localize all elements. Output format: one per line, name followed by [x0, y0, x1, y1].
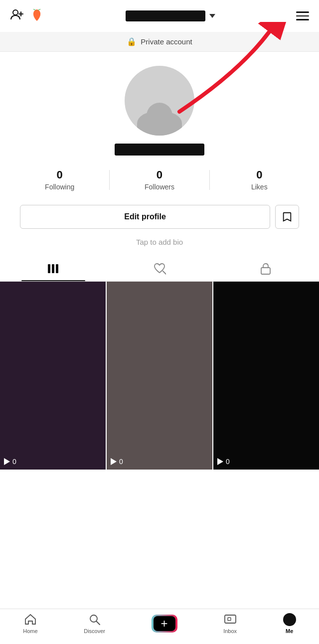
private-tab-icon: [260, 262, 272, 275]
svg-rect-8: [261, 268, 270, 274]
followers-count: 0: [157, 168, 162, 181]
home-label: Home: [23, 628, 37, 634]
nav-add[interactable]: +: [152, 615, 177, 633]
following-stat[interactable]: 0 Following: [10, 164, 109, 195]
video-item-1[interactable]: 0: [0, 282, 106, 470]
bookmark-button[interactable]: [275, 205, 299, 229]
inbox-icon: [224, 613, 237, 626]
liked-tab-icon: [153, 262, 166, 275]
following-label: Following: [45, 183, 74, 191]
hamburger-menu-button[interactable]: [296, 11, 309, 20]
video-grid: 0 0 0: [0, 282, 319, 470]
svg-rect-6: [56, 264, 58, 273]
svg-line-10: [96, 622, 100, 625]
nav-home[interactable]: Home: [23, 613, 37, 634]
add-person-button[interactable]: [10, 8, 24, 24]
bottom-navigation: Home Discover + Inbox Me: [0, 609, 319, 644]
likes-label: Likes: [251, 183, 268, 191]
play-icon-1: [4, 458, 10, 465]
home-icon: [24, 613, 37, 626]
tab-private[interactable]: [213, 256, 319, 281]
search-icon: [88, 613, 101, 626]
profile-avatar-nav: [283, 613, 296, 626]
video-item-2[interactable]: 0: [107, 282, 212, 470]
likes-count: 0: [256, 168, 262, 181]
bookmark-icon: [282, 211, 293, 222]
video-play-info-2: 0: [111, 458, 123, 466]
username-redacted: [126, 10, 205, 21]
bio-placeholder[interactable]: Tap to add bio: [136, 238, 183, 246]
nav-discover[interactable]: Discover: [84, 613, 105, 634]
avatar: [125, 66, 194, 136]
svg-rect-11: [225, 615, 236, 623]
video-item-3[interactable]: 0: [213, 282, 319, 470]
chevron-down-icon: [209, 14, 215, 18]
svg-point-0: [13, 10, 18, 15]
nav-left: [10, 7, 45, 25]
edit-profile-button[interactable]: Edit profile: [20, 205, 270, 229]
tab-videos[interactable]: [0, 256, 106, 281]
profile-tabs: [0, 256, 319, 282]
svg-rect-5: [52, 264, 54, 273]
videos-tab-icon: [47, 262, 60, 275]
play-icon-3: [217, 458, 223, 465]
followers-stat[interactable]: 0 Followers: [110, 164, 209, 195]
private-account-banner: 🔒 Private account: [0, 32, 319, 52]
username-dropdown[interactable]: [126, 10, 215, 21]
add-button[interactable]: +: [152, 615, 177, 633]
avatar-body: [137, 111, 182, 136]
video-play-info-1: 0: [4, 458, 16, 466]
svg-line-7: [163, 271, 166, 274]
profile-section: 0 Following 0 Followers 0 Likes Edit pro…: [0, 52, 319, 256]
private-account-label: Private account: [141, 37, 192, 46]
profile-label: Me: [286, 628, 293, 634]
play-icon-2: [111, 458, 117, 465]
likes-stat[interactable]: 0 Likes: [210, 164, 309, 195]
top-navigation: [0, 0, 319, 32]
action-buttons-row: Edit profile: [10, 205, 309, 229]
following-count: 0: [57, 168, 63, 181]
lock-icon: 🔒: [127, 37, 137, 46]
nav-inbox[interactable]: Inbox: [223, 613, 237, 634]
inbox-label: Inbox: [223, 628, 237, 634]
username-display: [115, 144, 204, 156]
add-button-inner: +: [154, 616, 175, 631]
stats-row: 0 Following 0 Followers 0 Likes: [10, 164, 309, 195]
svg-rect-12: [228, 618, 231, 621]
app-icon: [29, 7, 45, 25]
followers-label: Followers: [145, 183, 174, 191]
tab-liked[interactable]: [106, 256, 212, 281]
video-play-info-3: 0: [217, 458, 230, 466]
discover-label: Discover: [84, 628, 105, 634]
nav-profile[interactable]: Me: [283, 613, 296, 634]
svg-rect-4: [48, 264, 50, 273]
